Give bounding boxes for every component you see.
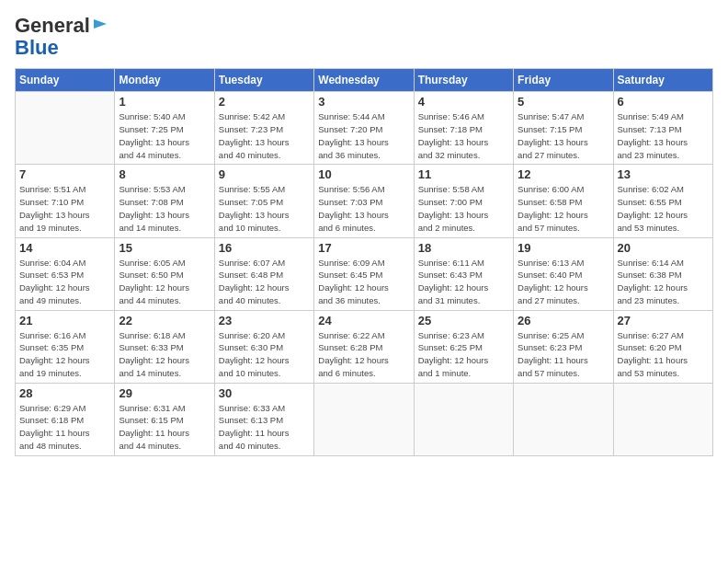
day-number: 7 (19, 167, 110, 181)
day-number: 19 (518, 241, 609, 255)
calendar-cell: 4Sunrise: 5:46 AMSunset: 7:18 PMDaylight… (414, 92, 513, 165)
day-info: Sunrise: 5:47 AMSunset: 7:15 PMDaylight:… (518, 110, 609, 161)
calendar-cell: 19Sunrise: 6:13 AMSunset: 6:40 PMDayligh… (514, 237, 613, 310)
calendar-cell: 22Sunrise: 6:18 AMSunset: 6:33 PMDayligh… (115, 310, 214, 383)
calendar-cell: 17Sunrise: 6:09 AMSunset: 6:45 PMDayligh… (314, 237, 414, 310)
day-info: Sunrise: 6:11 AMSunset: 6:43 PMDaylight:… (418, 257, 509, 307)
day-number: 17 (318, 241, 409, 255)
day-number: 21 (19, 314, 110, 327)
day-number: 24 (318, 314, 409, 327)
day-info: Sunrise: 6:27 AMSunset: 6:20 PMDaylight:… (618, 329, 709, 380)
calendar-cell (314, 383, 414, 455)
calendar-cell: 7Sunrise: 5:51 AMSunset: 7:10 PMDaylight… (16, 165, 115, 237)
day-info: Sunrise: 5:49 AMSunset: 7:13 PMDaylight:… (618, 110, 709, 161)
calendar-cell: 15Sunrise: 6:05 AMSunset: 6:50 PMDayligh… (115, 237, 214, 310)
day-number: 25 (418, 314, 509, 327)
calendar-cell: 5Sunrise: 5:47 AMSunset: 7:15 PMDaylight… (514, 92, 613, 165)
day-info: Sunrise: 6:00 AMSunset: 6:58 PMDaylight:… (518, 183, 609, 234)
calendar-cell: 24Sunrise: 6:22 AMSunset: 6:28 PMDayligh… (314, 310, 414, 383)
calendar-header-row: SundayMondayTuesdayWednesdayThursdayFrid… (16, 69, 713, 92)
svg-marker-0 (94, 19, 107, 29)
day-number: 29 (119, 386, 210, 400)
calendar-header-monday: Monday (115, 69, 214, 92)
calendar-cell (16, 92, 115, 165)
day-number: 4 (418, 95, 509, 109)
day-number: 5 (518, 95, 609, 109)
day-number: 2 (219, 95, 310, 109)
calendar-header-thursday: Thursday (414, 69, 513, 92)
day-number: 14 (19, 241, 110, 255)
day-info: Sunrise: 5:55 AMSunset: 7:05 PMDaylight:… (219, 183, 310, 234)
day-info: Sunrise: 6:20 AMSunset: 6:30 PMDaylight:… (219, 329, 310, 380)
day-info: Sunrise: 5:42 AMSunset: 7:23 PMDaylight:… (219, 110, 310, 161)
day-info: Sunrise: 6:33 AMSunset: 6:13 PMDaylight:… (219, 402, 310, 453)
day-info: Sunrise: 6:04 AMSunset: 6:53 PMDaylight:… (19, 257, 110, 307)
day-info: Sunrise: 6:22 AMSunset: 6:28 PMDaylight:… (318, 329, 409, 380)
day-info: Sunrise: 6:05 AMSunset: 6:50 PMDaylight:… (119, 257, 210, 307)
day-number: 6 (618, 95, 709, 109)
calendar-cell: 8Sunrise: 5:53 AMSunset: 7:08 PMDaylight… (115, 165, 214, 237)
calendar-week-row: 7Sunrise: 5:51 AMSunset: 7:10 PMDaylight… (16, 165, 713, 237)
calendar-cell: 21Sunrise: 6:16 AMSunset: 6:35 PMDayligh… (16, 310, 115, 383)
day-number: 23 (219, 314, 310, 327)
calendar-cell: 13Sunrise: 6:02 AMSunset: 6:55 PMDayligh… (613, 165, 712, 237)
logo: General Blue (15, 15, 108, 59)
day-number: 1 (119, 95, 210, 109)
calendar-cell: 30Sunrise: 6:33 AMSunset: 6:13 PMDayligh… (214, 383, 313, 455)
day-number: 15 (119, 241, 210, 255)
calendar-cell: 12Sunrise: 6:00 AMSunset: 6:58 PMDayligh… (514, 165, 613, 237)
day-number: 20 (618, 241, 709, 255)
calendar-week-row: 14Sunrise: 6:04 AMSunset: 6:53 PMDayligh… (16, 237, 713, 310)
day-info: Sunrise: 6:29 AMSunset: 6:18 PMDaylight:… (19, 402, 110, 453)
day-number: 13 (618, 167, 709, 181)
calendar-cell: 16Sunrise: 6:07 AMSunset: 6:48 PMDayligh… (214, 237, 313, 310)
calendar-header-friday: Friday (514, 69, 613, 92)
calendar-cell: 11Sunrise: 5:58 AMSunset: 7:00 PMDayligh… (414, 165, 513, 237)
day-number: 16 (219, 241, 310, 255)
calendar-header-tuesday: Tuesday (214, 69, 313, 92)
day-number: 28 (19, 386, 110, 400)
calendar-cell (613, 383, 712, 455)
calendar-cell: 29Sunrise: 6:31 AMSunset: 6:15 PMDayligh… (115, 383, 214, 455)
day-info: Sunrise: 6:23 AMSunset: 6:25 PMDaylight:… (418, 329, 509, 380)
calendar-week-row: 28Sunrise: 6:29 AMSunset: 6:18 PMDayligh… (16, 383, 713, 455)
calendar-week-row: 21Sunrise: 6:16 AMSunset: 6:35 PMDayligh… (16, 310, 713, 383)
day-number: 27 (618, 314, 709, 327)
calendar-cell: 18Sunrise: 6:11 AMSunset: 6:43 PMDayligh… (414, 237, 513, 310)
day-number: 26 (518, 314, 609, 327)
day-info: Sunrise: 5:53 AMSunset: 7:08 PMDaylight:… (119, 183, 210, 234)
day-info: Sunrise: 5:40 AMSunset: 7:25 PMDaylight:… (119, 110, 210, 161)
day-number: 9 (219, 167, 310, 181)
day-info: Sunrise: 6:31 AMSunset: 6:15 PMDaylight:… (119, 402, 210, 453)
calendar-cell: 25Sunrise: 6:23 AMSunset: 6:25 PMDayligh… (414, 310, 513, 383)
calendar-cell: 6Sunrise: 5:49 AMSunset: 7:13 PMDaylight… (613, 92, 712, 165)
day-info: Sunrise: 5:44 AMSunset: 7:20 PMDaylight:… (318, 110, 409, 161)
day-number: 8 (119, 167, 210, 181)
calendar-cell: 20Sunrise: 6:14 AMSunset: 6:38 PMDayligh… (613, 237, 712, 310)
day-info: Sunrise: 6:16 AMSunset: 6:35 PMDaylight:… (19, 329, 110, 380)
calendar-table: SundayMondayTuesdayWednesdayThursdayFrid… (15, 68, 713, 455)
day-number: 11 (418, 167, 509, 181)
calendar-cell (414, 383, 513, 455)
calendar-cell: 9Sunrise: 5:55 AMSunset: 7:05 PMDaylight… (214, 165, 313, 237)
page-header: General Blue (15, 15, 713, 59)
calendar-cell: 14Sunrise: 6:04 AMSunset: 6:53 PMDayligh… (16, 237, 115, 310)
day-info: Sunrise: 5:58 AMSunset: 7:00 PMDaylight:… (418, 183, 509, 234)
day-info: Sunrise: 5:51 AMSunset: 7:10 PMDaylight:… (19, 183, 110, 234)
day-info: Sunrise: 5:46 AMSunset: 7:18 PMDaylight:… (418, 110, 509, 161)
calendar-cell (514, 383, 613, 455)
day-info: Sunrise: 6:07 AMSunset: 6:48 PMDaylight:… (219, 257, 310, 307)
day-number: 22 (119, 314, 210, 327)
logo-text-blue: Blue (15, 37, 59, 59)
calendar-cell: 23Sunrise: 6:20 AMSunset: 6:30 PMDayligh… (214, 310, 313, 383)
calendar-header-saturday: Saturday (613, 69, 712, 92)
logo-arrow-icon (92, 16, 108, 36)
day-info: Sunrise: 6:09 AMSunset: 6:45 PMDaylight:… (318, 257, 409, 307)
day-number: 10 (318, 167, 409, 181)
calendar-cell: 26Sunrise: 6:25 AMSunset: 6:23 PMDayligh… (514, 310, 613, 383)
day-info: Sunrise: 6:14 AMSunset: 6:38 PMDaylight:… (618, 257, 709, 307)
calendar-cell: 2Sunrise: 5:42 AMSunset: 7:23 PMDaylight… (214, 92, 313, 165)
day-info: Sunrise: 6:25 AMSunset: 6:23 PMDaylight:… (518, 329, 609, 380)
calendar-header-wednesday: Wednesday (314, 69, 414, 92)
day-info: Sunrise: 5:56 AMSunset: 7:03 PMDaylight:… (318, 183, 409, 234)
